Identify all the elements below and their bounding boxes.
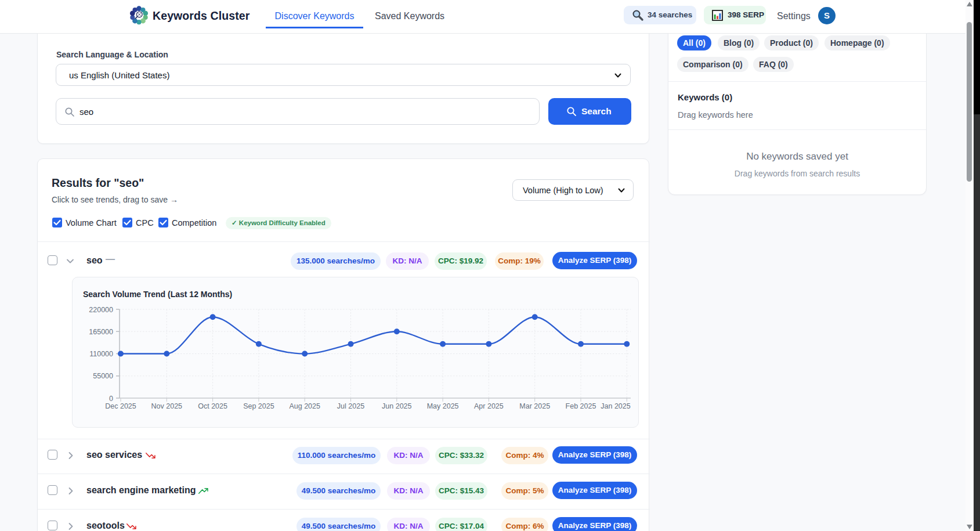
svg-text:220000: 220000 (89, 306, 113, 314)
svg-text:Oct 2025: Oct 2025 (198, 402, 227, 410)
svg-text:Jun 2025: Jun 2025 (382, 402, 411, 410)
svg-text:Jul 2025: Jul 2025 (337, 402, 364, 410)
svg-text:165000: 165000 (89, 328, 113, 336)
svg-text:Jan 2025: Jan 2025 (601, 402, 630, 410)
svg-text:110000: 110000 (89, 350, 113, 358)
svg-text:0: 0 (109, 395, 113, 403)
svg-text:Aug 2025: Aug 2025 (289, 402, 320, 410)
svg-text:Apr 2025: Apr 2025 (474, 402, 504, 410)
svg-text:May 2025: May 2025 (427, 402, 459, 410)
svg-text:Sep 2025: Sep 2025 (243, 402, 274, 410)
svg-text:55000: 55000 (93, 372, 113, 380)
svg-text:Feb 2025: Feb 2025 (566, 402, 596, 410)
svg-text:Mar 2025: Mar 2025 (519, 402, 550, 410)
svg-text:Dec 2025: Dec 2025 (105, 402, 136, 410)
svg-text:Nov 2025: Nov 2025 (151, 402, 183, 410)
